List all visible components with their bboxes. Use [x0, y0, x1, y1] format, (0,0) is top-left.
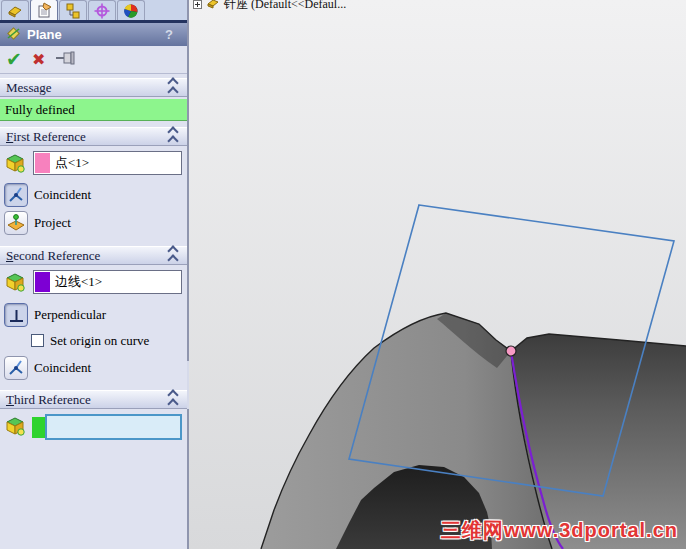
perpendicular-option-row: Perpendicular: [0, 303, 187, 328]
second-reference-value: 边线<1>: [51, 273, 102, 291]
tree-expand-plus-icon[interactable]: [193, 0, 202, 9]
section-header-second-reference[interactable]: Second Reference: [0, 246, 187, 265]
project-button[interactable]: [4, 211, 28, 235]
set-origin-on-curve-checkbox[interactable]: [31, 334, 44, 347]
reference-entity-cube-icon: [4, 271, 26, 297]
dimxpert-target-icon: [94, 3, 110, 19]
property-manager-panel: Plane ? ✔ ✖ Message Fully defined First …: [0, 0, 189, 549]
part-document-icon: [206, 0, 220, 13]
display-color-wheel-icon: [123, 3, 139, 19]
panel-title: Plane: [27, 27, 165, 42]
coincident-icon: [6, 358, 26, 378]
selected-point[interactable]: [506, 346, 516, 356]
ok-button[interactable]: ✔: [6, 50, 22, 69]
section-header-third-reference[interactable]: Third Reference: [0, 390, 187, 409]
graphics-viewport[interactable]: 针座 (Default<<Defaul... 三维网www.3dportal.c…: [189, 0, 686, 549]
coincident-button[interactable]: [4, 356, 28, 380]
project-label: Project: [34, 215, 71, 231]
project-icon: [6, 213, 26, 233]
configurations-icon: [65, 3, 81, 19]
reference-entity-cube-icon: [4, 415, 26, 441]
section-title-second-reference: Second Reference: [6, 248, 169, 264]
help-button[interactable]: ?: [165, 27, 181, 42]
tab-configuration-manager[interactable]: [59, 0, 87, 20]
cancel-button[interactable]: ✖: [32, 52, 45, 68]
pin-icon[interactable]: [55, 49, 77, 71]
perpendicular-label: Perpendicular: [34, 307, 106, 323]
collapse-chevron-icon[interactable]: [169, 247, 177, 264]
coincident-icon: [6, 185, 26, 205]
collapse-chevron-icon[interactable]: [169, 128, 177, 145]
tab-property-manager[interactable]: [30, 0, 58, 20]
second-reference-row: 边线<1>: [0, 270, 187, 296]
reference-entity-cube-icon: [4, 152, 26, 178]
model-scene: [189, 0, 686, 549]
tab-feature-manager[interactable]: [1, 0, 29, 20]
section-title-message: Message: [6, 80, 169, 96]
coincident-option-row: Coincident: [0, 183, 187, 208]
coincident-option-row-2: Coincident: [0, 356, 187, 381]
feature-tree-flyout-item[interactable]: 针座 (Default<<Defaul...: [193, 0, 346, 13]
watermark-text: 三维网www.3dportal.cn: [441, 517, 678, 544]
perpendicular-button[interactable]: [4, 303, 28, 327]
panel-title-bar: Plane ?: [0, 23, 187, 46]
section-header-message[interactable]: Message: [0, 78, 187, 97]
third-reference-color-swatch: [32, 417, 46, 438]
panel-toolbar: ✔ ✖: [0, 46, 187, 74]
set-origin-on-curve-label: Set origin on curve: [50, 333, 149, 349]
origin-on-curve-row: Set origin on curve: [0, 332, 187, 352]
first-reference-selection-box[interactable]: 点<1>: [33, 151, 182, 175]
tree-item-label: 针座 (Default<<Defaul...: [224, 0, 346, 13]
second-reference-color-swatch: [35, 272, 50, 292]
section-title-third-reference: Third Reference: [6, 392, 169, 408]
feature-tree-icon: [7, 3, 23, 19]
status-fully-defined: Fully defined: [0, 99, 187, 121]
first-reference-value: 点<1>: [51, 154, 89, 172]
coincident-label: Coincident: [34, 187, 91, 203]
tab-dimxpert-manager[interactable]: [88, 0, 116, 20]
perpendicular-icon: [6, 305, 26, 325]
section-title-first-reference: First Reference: [6, 129, 169, 145]
coincident-label: Coincident: [34, 360, 91, 376]
section-header-first-reference[interactable]: First Reference: [0, 127, 187, 146]
coincident-button[interactable]: [4, 183, 28, 207]
third-reference-row: [0, 414, 187, 442]
first-reference-row: 点<1>: [0, 151, 187, 177]
second-reference-selection-box[interactable]: 边线<1>: [33, 270, 182, 294]
collapse-chevron-icon[interactable]: [169, 79, 177, 96]
collapse-chevron-icon[interactable]: [169, 391, 177, 408]
third-reference-selection-box[interactable]: [45, 414, 182, 440]
solidworks-window: Plane ? ✔ ✖ Message Fully defined First …: [0, 0, 686, 549]
property-manager-icon: [36, 2, 52, 18]
project-option-row: Project: [0, 211, 187, 236]
plane-feature-icon: [6, 26, 21, 44]
first-reference-color-swatch: [35, 153, 50, 173]
manager-tab-bar: [0, 0, 187, 23]
tab-display-manager[interactable]: [117, 0, 145, 20]
